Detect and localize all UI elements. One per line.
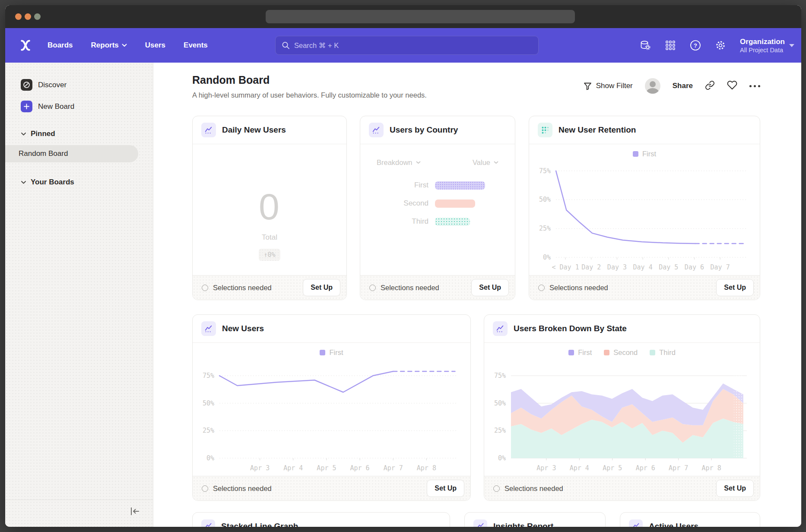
link-icon [705, 80, 715, 90]
chevron-down-icon [494, 161, 498, 164]
retention-grid-icon [538, 123, 552, 137]
share-button[interactable]: Share [673, 82, 693, 90]
breakdown-bar [435, 218, 470, 226]
sidebar: Discover New Board Pinned Random Board [5, 63, 153, 527]
window-zoom-button[interactable] [34, 13, 41, 20]
sidebar-section-pinned[interactable]: Pinned [21, 130, 55, 138]
breakdown-dropdown[interactable]: Breakdown [377, 158, 421, 167]
card-insights-report: Insights Report [464, 512, 606, 527]
svg-text:50%: 50% [203, 399, 214, 407]
nav-item-boards[interactable]: Boards [48, 41, 73, 50]
svg-text:Day 3: Day 3 [607, 263, 627, 271]
global-search[interactable] [275, 36, 539, 55]
nav-item-reports[interactable]: Reports [91, 41, 127, 50]
setup-button[interactable]: Set Up [427, 480, 464, 497]
svg-text:25%: 25% [539, 225, 551, 232]
nav-item-events[interactable]: Events [184, 41, 208, 50]
nav-item-label: Events [184, 41, 208, 50]
apps-grid-icon[interactable] [665, 40, 676, 51]
mixpanel-logo-icon[interactable] [19, 39, 32, 51]
sidebar-section-label: Pinned [31, 130, 55, 138]
card-stacked-line-graph: Stacked Line Graph [192, 512, 450, 527]
breakdown-row: Second [360, 199, 475, 208]
breakdown-bar [435, 181, 485, 190]
svg-text:50%: 50% [539, 196, 551, 203]
value-dropdown[interactable]: Value [473, 158, 498, 167]
breakdown-row: First [360, 181, 485, 190]
nav-item-users[interactable]: Users [145, 41, 165, 50]
window-titlebar [5, 5, 801, 28]
line-chart-icon [201, 123, 216, 137]
svg-text:25%: 25% [203, 427, 214, 434]
svg-text:25%: 25% [494, 427, 506, 434]
sidebar-item-discover[interactable]: Discover [21, 79, 67, 91]
line-chart-icon [629, 519, 643, 527]
breakdown-bar [435, 200, 475, 208]
svg-text:0%: 0% [498, 454, 506, 462]
window-minimize-button[interactable] [25, 13, 31, 20]
card-title: Users Broken Down By State [514, 324, 627, 333]
svg-text:Day 5: Day 5 [659, 263, 678, 271]
breakdown-label: Second [360, 199, 428, 208]
breakdown-label: Third [360, 217, 428, 226]
svg-text:Apr 4: Apr 4 [283, 464, 303, 472]
avatar[interactable] [645, 78, 660, 94]
card-title: New User Retention [558, 125, 636, 135]
page-title: Random Board [192, 74, 270, 86]
svg-text:Apr 6: Apr 6 [636, 464, 655, 472]
card-title: Insights Report [493, 522, 553, 527]
svg-text:Apr 8: Apr 8 [702, 464, 721, 472]
chart-plot: 75%50%25%0%Apr 3Apr 4Apr 5Apr 6Apr 7Apr … [484, 357, 760, 475]
chevron-down-icon [21, 180, 26, 184]
metric-value: 0 [193, 185, 346, 228]
heart-icon [727, 80, 737, 90]
setup-button[interactable]: Set Up [716, 480, 754, 497]
new-users-chart: First 75%50%25%0%Apr 3Apr 4Apr 5Apr 6Apr… [193, 343, 470, 475]
data-management-icon[interactable] [640, 40, 651, 51]
compass-icon [21, 79, 32, 91]
board-actions: Show Filter Share [584, 77, 760, 95]
card-new-user-retention: New User Retention First 75%50%25%0%< Da… [529, 116, 760, 300]
setup-button[interactable]: Set Up [303, 279, 340, 296]
card-users-by-state: Users Broken Down By State FirstSecondTh… [484, 314, 760, 501]
sidebar-item-new-board[interactable]: New Board [21, 101, 74, 112]
sidebar-section-your-boards[interactable]: Your Boards [21, 178, 74, 187]
sidebar-item-random-board[interactable]: Random Board [5, 145, 138, 162]
search-input[interactable] [294, 41, 532, 50]
nav-item-label: Users [145, 41, 165, 50]
svg-text:Apr 3: Apr 3 [536, 464, 556, 472]
board-main-area: Random Board A high-level summary of use… [153, 63, 801, 527]
more-options-button[interactable] [749, 85, 760, 87]
legend-item: Second [604, 348, 638, 357]
card-title: Active Users [649, 522, 698, 527]
copy-link-button[interactable] [705, 80, 715, 92]
help-icon[interactable]: ? [690, 40, 701, 51]
chevron-down-icon [416, 161, 421, 164]
favorite-button[interactable] [727, 80, 737, 92]
card-status: Selections needed [493, 484, 716, 493]
setup-button[interactable]: Set Up [471, 279, 509, 296]
retention-chart: First 75%50%25%0%< Day 1Day 2Day 3Day 4D… [529, 145, 760, 275]
window-close-button[interactable] [15, 13, 22, 20]
card-active-users: Active Users [620, 512, 760, 527]
setup-button[interactable]: Set Up [716, 279, 754, 296]
org-switcher[interactable]: Organization All Project Data [740, 37, 794, 53]
card-status: Selections needed [538, 284, 716, 292]
settings-gear-icon[interactable] [715, 40, 726, 51]
search-icon [282, 41, 290, 50]
sidebar-footer-divider [5, 500, 153, 500]
share-label: Share [673, 82, 693, 90]
plus-icon [21, 101, 32, 112]
chart-legend: FirstSecondThird [484, 343, 760, 357]
show-filter-button[interactable]: Show Filter [584, 82, 633, 90]
chart-legend: First [529, 145, 760, 158]
collapse-sidebar-button[interactable] [130, 507, 140, 518]
sidebar-item-label: New Board [38, 102, 74, 111]
metric-change-badge: ↑0% [259, 249, 280, 261]
line-chart-icon [369, 123, 384, 137]
legend-item: First [320, 348, 343, 357]
url-bar[interactable] [266, 10, 575, 23]
chart-plot: 75%50%25%0%< Day 1Day 2Day 3Day 4Day 5Da… [529, 158, 760, 275]
chevron-down-icon [789, 44, 794, 47]
status-circle-icon [202, 285, 208, 291]
